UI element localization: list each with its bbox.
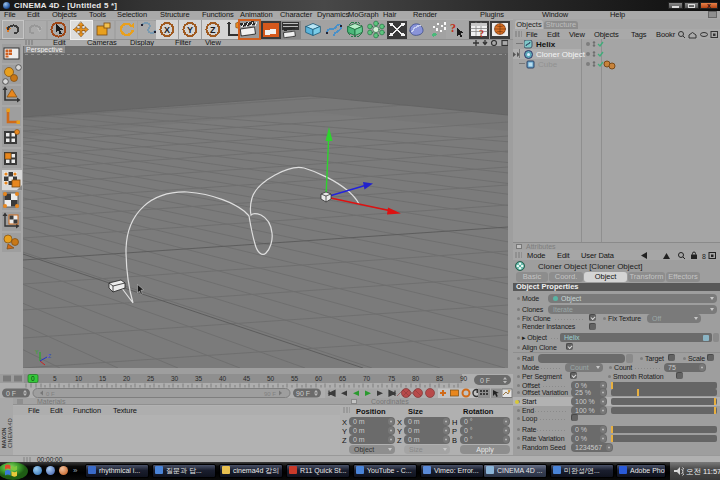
svg-text:0 F: 0 F: [480, 377, 490, 384]
svg-text:90 F: 90 F: [264, 391, 276, 397]
svg-text:35: 35: [195, 375, 203, 382]
svg-text:80: 80: [412, 375, 420, 382]
svg-text:55: 55: [291, 375, 299, 382]
svg-text:0: 0: [31, 375, 35, 382]
svg-text:70: 70: [363, 375, 371, 382]
svg-text:0 F: 0 F: [6, 390, 16, 397]
svg-text:Y: Y: [187, 25, 193, 35]
svg-text:Z: Z: [48, 353, 51, 359]
svg-text:60: 60: [315, 375, 323, 382]
svg-text:50: 50: [267, 375, 275, 382]
svg-text:20: 20: [123, 375, 131, 382]
svg-text:?: ?: [479, 28, 484, 39]
svg-text:75: 75: [388, 375, 396, 382]
svg-text:65: 65: [339, 375, 347, 382]
svg-text:90 F: 90 F: [296, 390, 310, 397]
svg-text:15: 15: [99, 375, 107, 382]
svg-text:?: ?: [450, 21, 456, 35]
svg-text:Z: Z: [210, 25, 216, 35]
svg-text:30: 30: [171, 375, 179, 382]
svg-text:8: 8: [702, 253, 706, 260]
svg-text:85: 85: [436, 375, 444, 382]
svg-text:40: 40: [219, 375, 227, 382]
svg-text:90: 90: [460, 375, 468, 382]
svg-text:0 F: 0 F: [46, 391, 55, 397]
svg-text:10: 10: [75, 375, 83, 382]
svg-text:5: 5: [53, 375, 57, 382]
svg-text:25: 25: [147, 375, 155, 382]
svg-text:X: X: [164, 25, 170, 35]
svg-text:45: 45: [243, 375, 251, 382]
